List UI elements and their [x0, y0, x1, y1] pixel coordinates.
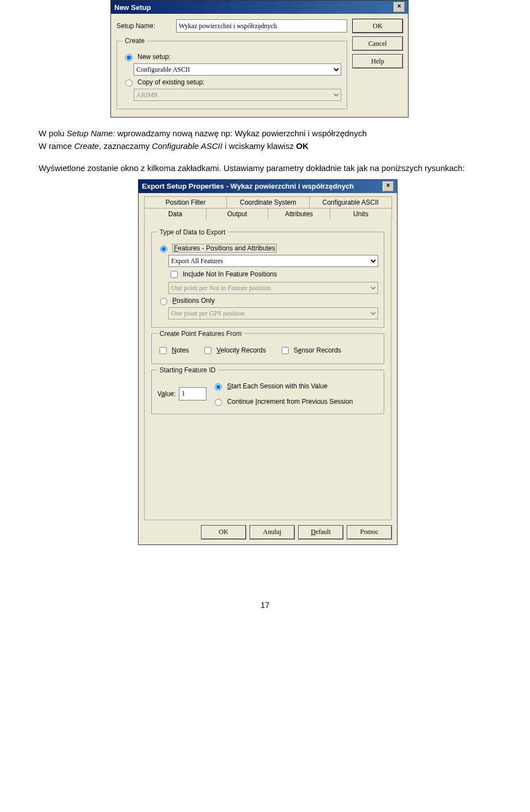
- value-input[interactable]: [179, 387, 206, 400]
- new-setup-dialog: New Setup × Setup Name: Create New setup…: [110, 0, 409, 117]
- one-point-gps-combo: One point per GPS position: [168, 307, 378, 319]
- create-point-legend: Create Point Features From: [157, 330, 244, 338]
- setup-name-label: Setup Name:: [116, 22, 172, 30]
- copy-setup-combo: ARIMR: [134, 89, 341, 101]
- continue-inc-radio[interactable]: [215, 399, 222, 406]
- cancel-button[interactable]: Cancel: [353, 37, 402, 50]
- create-point-fieldset: Create Point Features From Notes Velocit…: [151, 330, 384, 364]
- value-label: Value:: [157, 390, 176, 398]
- tab-units[interactable]: Units: [330, 208, 392, 220]
- features-label: Features - Positions and Attributes: [172, 244, 277, 253]
- dialog-title: New Setup: [114, 3, 151, 12]
- include-notin-check[interactable]: [171, 271, 178, 278]
- features-radio[interactable]: [160, 245, 167, 253]
- paragraph-1: W polu Setup Name: wprowadzamy nową nazw…: [39, 127, 491, 152]
- tab-content: Type of Data to Export Features - Positi…: [144, 220, 391, 520]
- close-icon[interactable]: ×: [383, 181, 394, 191]
- new-setup-combo[interactable]: Configurable ASCII: [134, 63, 341, 76]
- new-setup-radio[interactable]: [125, 54, 132, 61]
- tab-attributes[interactable]: Attributes: [268, 208, 330, 220]
- notes-check[interactable]: [160, 347, 167, 354]
- one-point-notin-combo: One point per Not in Feature position: [168, 282, 378, 294]
- copy-setup-label: Copy of existing setup:: [137, 78, 204, 86]
- sensor-label: Sensor Records: [294, 346, 341, 354]
- titlebar: New Setup ×: [111, 1, 408, 14]
- start-each-label: Start Each Session with this Value: [227, 382, 327, 390]
- type-of-data-fieldset: Type of Data to Export Features - Positi…: [151, 228, 384, 328]
- close-icon[interactable]: ×: [394, 2, 405, 12]
- tab-coordinate-system[interactable]: Coordinate System: [226, 196, 309, 208]
- help-button[interactable]: Help: [353, 55, 402, 68]
- setup-name-input[interactable]: [176, 19, 347, 33]
- tab-output[interactable]: Output: [206, 208, 268, 220]
- default-button[interactable]: Default: [299, 526, 343, 539]
- page-number: 17: [0, 600, 530, 626]
- tab-position-filter[interactable]: Position Filter: [144, 196, 227, 208]
- export-all-combo[interactable]: Export All Features: [168, 255, 378, 267]
- sensor-check[interactable]: [282, 347, 289, 354]
- dialog2-title: Export Setup Properties - Wykaz powierzc…: [142, 182, 354, 190]
- tab-data[interactable]: Data: [144, 208, 206, 220]
- velocity-label: Velocity Records: [216, 346, 266, 354]
- titlebar-2: Export Setup Properties - Wykaz powierzc…: [139, 180, 397, 193]
- starting-feature-fieldset: Starting Feature ID Value: Start Each Se…: [151, 366, 384, 414]
- new-setup-label: New setup:: [137, 53, 171, 61]
- anuluj-button[interactable]: Anuluj: [250, 526, 294, 539]
- tab-configurable-ascii[interactable]: Configurable ASCII: [309, 196, 392, 208]
- type-of-data-legend: Type of Data to Export: [157, 228, 227, 236]
- positions-only-label: Positions Only: [172, 297, 215, 304]
- velocity-check[interactable]: [204, 347, 211, 354]
- start-each-radio[interactable]: [215, 383, 222, 391]
- create-fieldset: Create New setup: Configurable ASCII: [116, 37, 347, 109]
- include-notin-label: Include Not In Feature Positions: [183, 270, 277, 278]
- create-legend: Create: [123, 37, 147, 45]
- continue-inc-label: Continue Increment from Previous Session: [227, 398, 353, 405]
- notes-label: Notes: [172, 346, 189, 354]
- pomoc-button[interactable]: Pomoc: [347, 526, 391, 539]
- ok-button[interactable]: OK: [202, 526, 246, 539]
- copy-setup-radio[interactable]: [125, 79, 132, 87]
- export-setup-dialog: Export Setup Properties - Wykaz powierzc…: [138, 179, 398, 545]
- positions-only-radio[interactable]: [160, 298, 167, 305]
- starting-feature-legend: Starting Feature ID: [157, 366, 218, 374]
- ok-button[interactable]: OK: [353, 19, 402, 33]
- paragraph-2: Wyświetlone zostanie okno z kilkoma zakł…: [39, 162, 491, 175]
